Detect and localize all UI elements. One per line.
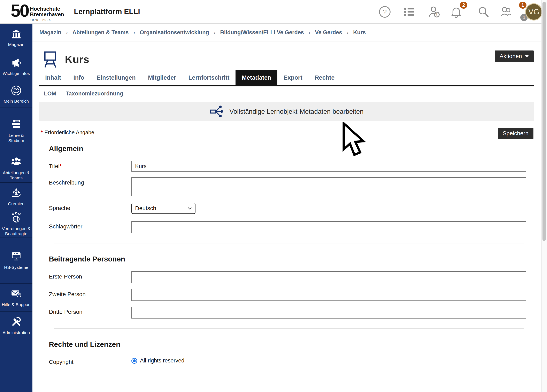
edit-full-metadata-banner[interactable]: Vollständige Lernobjekt-Metadaten bearbe…: [39, 102, 534, 121]
section-heading-allgemein: Allgemein: [49, 144, 526, 153]
breadcrumb-kurs[interactable]: Kurs: [353, 29, 366, 36]
top-bar: 50 Hochschule Bremerhaven 1975 - 2025 Le…: [0, 0, 547, 24]
breadcrumb-abteilungen[interactable]: Abteilungen & Teams: [73, 29, 129, 36]
subtab-taxonomiezuordnung[interactable]: Taxonomiezuordnung: [66, 90, 123, 97]
user-alert-icon: !: [428, 5, 441, 19]
notifications-badge: 2: [460, 2, 467, 9]
tab-einstellungen[interactable]: Einstellungen: [90, 70, 142, 85]
scrollbar[interactable]: [541, 0, 547, 392]
sprache-selected-value: Deutsch: [135, 205, 156, 212]
titel-label: Titel*: [49, 161, 131, 172]
tab-export[interactable]: Export: [277, 70, 309, 85]
sidebar-item-label: Lehre & Studium: [1, 133, 31, 143]
svg-text:!: !: [436, 13, 437, 17]
help-icon: ?: [378, 6, 391, 18]
save-button-label: Speichern: [503, 130, 528, 137]
page-title: Kurs: [65, 53, 89, 66]
section-divider: [54, 243, 524, 243]
schlagwoerter-input[interactable]: [131, 221, 526, 233]
sidebar-item-hilfe-support[interactable]: ? Hilfe & Support: [0, 284, 33, 311]
sidebar-item-label: Magazin: [8, 42, 24, 47]
sidebar-item-mein-bereich[interactable]: Mein Bereich: [0, 81, 33, 108]
sprache-select[interactable]: Deutsch: [131, 203, 195, 214]
section-heading-rechte: Rechte und Lizenzen: [49, 340, 526, 349]
field-row-schlagwoerter: Schlagwörter: [49, 221, 526, 233]
breadcrumb-magazin[interactable]: Magazin: [39, 29, 62, 36]
tab-metadaten[interactable]: Metadaten: [235, 70, 277, 85]
titel-required-asterisk: *: [60, 163, 62, 169]
bank-icon: [11, 29, 21, 39]
sidebar-item-vertretungen[interactable]: Vertretungen & Beauftragte: [0, 211, 33, 237]
search-button[interactable]: [476, 5, 490, 19]
field-row-dritte-person: Dritte Person: [49, 307, 526, 318]
avatar[interactable]: VG: [525, 3, 542, 20]
svg-text:?: ?: [383, 8, 387, 16]
beschreibung-label: Beschreibung: [49, 177, 131, 197]
megaphone-icon: [11, 57, 22, 68]
sidebar-item-gremien[interactable]: Gremien: [0, 183, 33, 211]
radio-dot: [133, 359, 136, 362]
contacts-badge-new: 1: [519, 2, 526, 9]
field-row-sprache: Sprache Deutsch: [49, 203, 526, 214]
titel-input[interactable]: [131, 161, 526, 172]
sidebar-item-administration[interactable]: Administration: [0, 311, 33, 340]
sidebar-item-label: Administration: [2, 330, 30, 335]
field-row-titel: Titel*: [49, 161, 526, 172]
breadcrumb-separator: ›: [133, 29, 135, 36]
logo-name-line1: Hochschule: [30, 6, 60, 12]
logo-years: 1975 - 2025: [30, 18, 64, 21]
tab-lernfortschritt[interactable]: Lernfortschritt: [182, 70, 236, 85]
scrollbar-thumb[interactable]: [542, 2, 546, 241]
actions-button[interactable]: Aktionen: [495, 50, 534, 62]
erste-person-label: Erste Person: [49, 271, 131, 283]
overview-menu-button[interactable]: [402, 5, 416, 19]
copyright-option-label: All rights reserved: [140, 358, 185, 364]
logo-50: 50: [11, 2, 29, 19]
subtab-bar: LOM Taxonomiezuordnung: [33, 86, 541, 97]
app-title: Lernplattform ELLI: [74, 0, 140, 23]
university-logo[interactable]: 50 Hochschule Bremerhaven 1975 - 2025: [11, 2, 64, 21]
required-asterisk: *: [41, 129, 43, 135]
tools-icon: [10, 316, 22, 328]
section-heading-beitragende: Beitragende Personen: [49, 255, 526, 263]
zweite-person-label: Zweite Person: [49, 289, 131, 301]
search-icon: [477, 5, 490, 19]
beschreibung-textarea[interactable]: [131, 177, 526, 196]
breadcrumb-separator: ›: [213, 29, 216, 36]
tab-mitglieder[interactable]: Mitglieder: [142, 70, 182, 85]
breadcrumb: Magazin › Abteilungen & Teams › Organisa…: [33, 24, 541, 41]
user-requests-button[interactable]: !: [428, 5, 441, 19]
erste-person-input[interactable]: [131, 271, 526, 283]
field-row-copyright: Copyright All rights reserved: [49, 357, 526, 365]
breadcrumb-bildung-wissen[interactable]: Bildung/Wissen/ELLI Ve Gerdes: [220, 29, 304, 36]
course-icon: [41, 50, 59, 68]
monitor-icon: [10, 251, 22, 262]
required-hint-text: Erforderliche Angabe: [44, 129, 94, 135]
sidebar-item-label: Abteilungen & Teams: [1, 170, 31, 180]
breadcrumb-ve-gerdes[interactable]: Ve Gerdes: [315, 29, 342, 36]
titel-label-text: Titel: [49, 163, 60, 169]
books-icon: [10, 119, 22, 130]
tab-bar: Inhalt Info Einstellungen Mitglieder Ler…: [39, 70, 534, 86]
breadcrumb-organisationsentwicklung[interactable]: Organisationsentwicklung: [140, 29, 209, 36]
zweite-person-input[interactable]: [131, 289, 526, 301]
copyright-label: Copyright: [49, 357, 131, 365]
list-icon: [403, 6, 415, 18]
tab-rechte[interactable]: Rechte: [309, 70, 341, 85]
sidebar-item-wichtige-infos[interactable]: Wichtige Infos: [0, 52, 33, 81]
breadcrumb-separator: ›: [66, 29, 68, 36]
subtab-lom[interactable]: LOM: [44, 90, 56, 97]
people-group-icon: [10, 156, 22, 168]
sidebar-item-hs-systeme[interactable]: HS-Systeme: [0, 237, 33, 284]
copyright-radio[interactable]: [131, 358, 137, 364]
contacts-button[interactable]: [499, 5, 513, 19]
help-button[interactable]: ?: [378, 5, 392, 19]
dritte-person-input[interactable]: [131, 307, 526, 318]
mail-question-icon: ?: [10, 288, 22, 299]
app-window: 50 Hochschule Bremerhaven 1975 - 2025 Le…: [0, 0, 547, 392]
sidebar-item-abteilungen-teams[interactable]: Abteilungen & Teams: [0, 154, 33, 183]
save-button[interactable]: Speichern: [498, 128, 533, 139]
sidebar-item-lehre-studium[interactable]: Lehre & Studium: [0, 108, 33, 154]
logo-name-line2: Bremerhaven: [30, 11, 64, 17]
sidebar-item-magazin[interactable]: Magazin: [0, 24, 33, 52]
